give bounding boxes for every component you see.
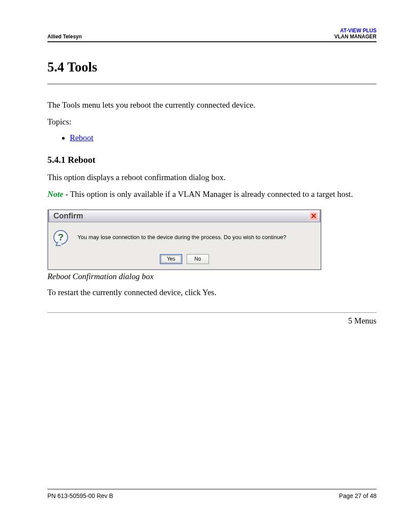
confirm-dialog: Confirm ? You may lose connection to the… (47, 209, 321, 270)
footer-row: PN 613-50595-00 Rev B Page 27 of 48 (47, 492, 377, 499)
note-paragraph: Note - This option is only available if … (47, 189, 377, 200)
note-text: - This option is only available if a VLA… (63, 190, 353, 199)
topics-label: Topics: (47, 117, 377, 128)
header-right: AT-VIEW PLUS VLAN MANAGER (334, 28, 377, 40)
dialog-button-row: Yes No (53, 254, 315, 264)
header-product: AT-VIEW PLUS (334, 28, 377, 34)
intro-paragraph: The Tools menu lets you reboot the curre… (47, 100, 377, 111)
note-label: Note (47, 190, 63, 199)
section-end-rule (47, 312, 377, 313)
topics-list: Reboot (62, 133, 377, 143)
post-dialog-paragraph: To restart the currently connected devic… (47, 287, 377, 298)
dialog-caption: Reboot Confirmation dialog box (47, 272, 377, 281)
next-section-ref: 5 Menus (47, 316, 377, 326)
dialog-titlebar: Confirm (48, 209, 321, 222)
close-icon (311, 213, 317, 219)
footer-page-number: Page 27 of 48 (339, 492, 377, 499)
dialog-body: ? You may lose connection to the device … (48, 222, 321, 269)
subsection-intro: This option displays a reboot confirmati… (47, 172, 377, 183)
dialog-message: You may lose connection to the device du… (78, 234, 286, 240)
header-rule (47, 41, 377, 42)
footer-part-number: PN 613-50595-00 Rev B (47, 492, 113, 499)
close-button[interactable] (309, 211, 318, 221)
reboot-link[interactable]: Reboot (70, 133, 93, 142)
question-icon: ? (53, 230, 68, 245)
page-footer: PN 613-50595-00 Rev B Page 27 of 48 (47, 486, 377, 499)
header-company: Allied Telesyn (47, 34, 82, 40)
dialog-title: Confirm (53, 212, 83, 221)
no-button[interactable]: No (187, 254, 209, 264)
list-item: Reboot (70, 133, 377, 143)
dialog-message-row: ? You may lose connection to the device … (53, 230, 315, 245)
dialog-screenshot: Confirm ? You may lose connection to the… (47, 209, 377, 270)
header-section: VLAN MANAGER (334, 34, 377, 40)
page-header: Allied Telesyn AT-VIEW PLUS VLAN MANAGER (47, 28, 377, 40)
document-page: Allied Telesyn AT-VIEW PLUS VLAN MANAGER… (0, 0, 411, 532)
title-rule (47, 84, 377, 84)
footer-rule (47, 489, 377, 489)
yes-button[interactable]: Yes (160, 254, 182, 264)
subsection-title: 5.4.1 Reboot (47, 155, 377, 165)
section-title: 5.4 Tools (47, 59, 377, 75)
